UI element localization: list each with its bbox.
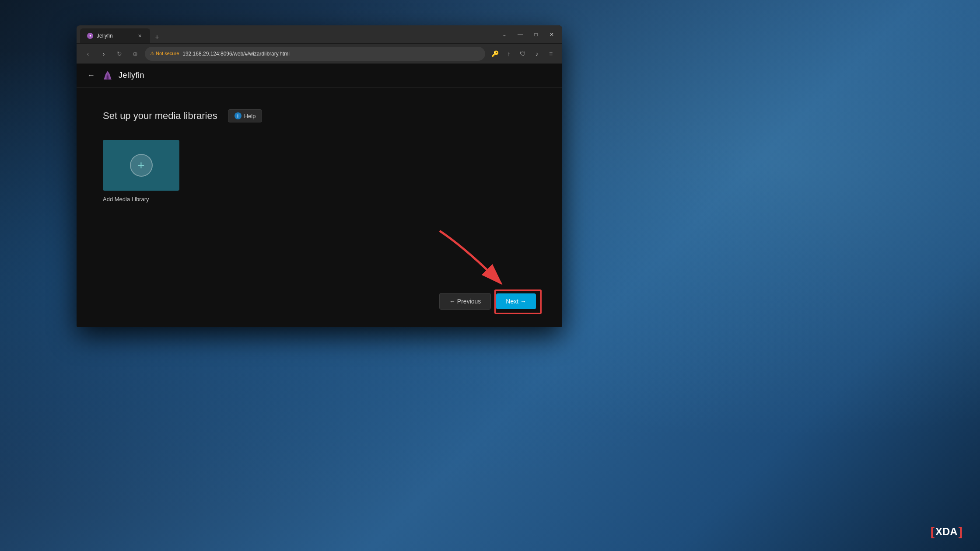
xda-bracket-close: ]: [959, 526, 962, 538]
page-title: Set up your media libraries: [103, 110, 217, 122]
help-button[interactable]: i Help: [228, 109, 262, 122]
page-header: Set up your media libraries i Help: [103, 109, 536, 122]
browser-titlebar: Jellyfin ✕ + ⌄ — □ ✕: [77, 25, 562, 44]
browser-window: Jellyfin ✕ + ⌄ — □ ✕ ‹ › ↻ ⊕ ⚠ Not secur…: [77, 25, 562, 327]
menu-button[interactable]: ≡: [545, 48, 557, 60]
xda-watermark: [ XDA ]: [931, 526, 962, 538]
url-text: 192.168.29.124:8096/web/#/wizardlibrary.…: [182, 51, 480, 57]
back-button[interactable]: ‹: [82, 48, 94, 60]
tab-favicon: [87, 33, 93, 39]
plus-icon: +: [137, 158, 144, 172]
toolbar-actions: 🔑 ↑ 🛡 ♪ ≡: [489, 48, 557, 60]
window-controls: ⌄ — □ ✕: [497, 28, 559, 42]
browser-toolbar: ‹ › ↻ ⊕ ⚠ Not secure 192.168.29.124:8096…: [77, 44, 562, 64]
main-content: Set up your media libraries i Help + Add…: [77, 87, 562, 327]
address-bar[interactable]: ⚠ Not secure 192.168.29.124:8096/web/#/w…: [145, 47, 485, 61]
share-button[interactable]: ↑: [503, 48, 515, 60]
library-grid: + Add Media Library: [103, 140, 536, 203]
maximize-button[interactable]: □: [529, 28, 543, 42]
brave-shield[interactable]: 🛡: [517, 48, 529, 60]
next-button[interactable]: Next →: [496, 293, 536, 309]
app-back-button[interactable]: ←: [85, 69, 97, 82]
annotation-arrow: [431, 222, 527, 301]
minimize-button[interactable]: —: [513, 28, 527, 42]
forward-button[interactable]: ›: [98, 48, 110, 60]
help-label: Help: [244, 113, 256, 119]
xda-bracket-open: [: [931, 526, 934, 538]
music-icon[interactable]: ♪: [531, 48, 543, 60]
dropdown-btn[interactable]: ⌄: [497, 28, 511, 42]
refresh-button[interactable]: ↻: [113, 48, 126, 60]
add-library-card[interactable]: + Add Media Library: [103, 140, 179, 203]
xda-text: XDA: [935, 526, 958, 538]
tab-area: Jellyfin ✕ +: [80, 25, 495, 43]
add-library-label: Add Media Library: [103, 196, 149, 202]
next-label: Next →: [506, 298, 526, 305]
tab-close-button[interactable]: ✕: [136, 32, 143, 39]
key-icon[interactable]: 🔑: [489, 48, 501, 60]
security-warning: ⚠ Not secure: [150, 51, 179, 56]
previous-label: ← Previous: [449, 298, 481, 305]
navigation-actions: ← Previous Next →: [439, 293, 536, 310]
bookmark-button[interactable]: ⊕: [129, 48, 141, 60]
add-library-icon: +: [130, 154, 153, 177]
jellyfin-app-name: Jellyfin: [119, 71, 144, 80]
previous-button[interactable]: ← Previous: [439, 293, 491, 310]
jellyfin-logo-icon: [102, 70, 113, 81]
add-library-thumbnail: +: [103, 140, 179, 191]
active-tab[interactable]: Jellyfin ✕: [80, 28, 150, 43]
close-button[interactable]: ✕: [545, 28, 559, 42]
jellyfin-header: ← Jellyfin: [77, 64, 562, 87]
tab-title: Jellyfin: [97, 33, 133, 39]
new-tab-button[interactable]: +: [151, 31, 163, 43]
help-icon: i: [234, 112, 242, 119]
